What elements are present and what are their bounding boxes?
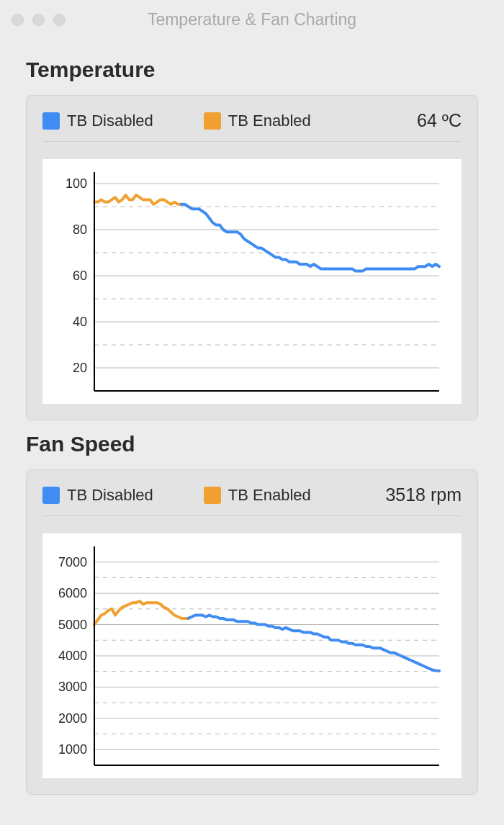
- temperature-chart: 20406080100: [42, 159, 462, 404]
- swatch-tb-disabled-fan: [42, 487, 60, 504]
- temperature-panel: TB Disabled TB Enabled 64 ºC 20406080100: [26, 95, 478, 420]
- close-window-button[interactable]: [12, 14, 24, 26]
- legend-label-tb-disabled-fan: TB Disabled: [67, 486, 153, 505]
- svg-text:5000: 5000: [58, 618, 87, 632]
- svg-text:4000: 4000: [58, 649, 87, 663]
- swatch-tb-enabled-fan: [204, 487, 221, 504]
- legend-tb-disabled-fan: TB Disabled: [42, 486, 153, 505]
- titlebar: Temperature & Fan Charting: [0, 0, 504, 39]
- svg-text:80: 80: [73, 222, 87, 237]
- temperature-readout: 64 ºC: [417, 110, 462, 131]
- svg-text:6000: 6000: [58, 586, 87, 600]
- main-content: Temperature TB Disabled TB Enabled 64 ºC…: [0, 39, 504, 809]
- fan-chart: 1000200030004000500060007000: [42, 533, 462, 778]
- swatch-tb-enabled: [204, 112, 221, 130]
- fan-legend-row: TB Disabled TB Enabled 3518 rpm: [42, 484, 462, 516]
- legend-label-tb-enabled-fan: TB Enabled: [228, 486, 311, 505]
- temperature-chart-svg: 20406080100: [51, 168, 444, 398]
- svg-text:7000: 7000: [58, 555, 87, 569]
- svg-text:20: 20: [73, 361, 87, 375]
- svg-text:60: 60: [73, 269, 87, 283]
- temperature-section-title: Temperature: [26, 58, 478, 82]
- legend-tb-enabled-fan: TB Enabled: [204, 486, 311, 505]
- svg-text:2000: 2000: [58, 711, 87, 726]
- fan-section-title: Fan Speed: [26, 432, 478, 456]
- fan-readout: 3518 rpm: [385, 484, 462, 505]
- minimize-window-button[interactable]: [32, 14, 45, 26]
- legend-tb-enabled: TB Enabled: [204, 112, 311, 130]
- zoom-window-button[interactable]: [53, 14, 66, 26]
- legend-label-tb-enabled: TB Enabled: [228, 112, 311, 130]
- legend-label-tb-disabled: TB Disabled: [67, 112, 153, 130]
- window-title: Temperature & Fan Charting: [0, 10, 504, 30]
- svg-text:3000: 3000: [58, 680, 87, 694]
- svg-text:100: 100: [66, 176, 87, 191]
- temperature-legend-row: TB Disabled TB Enabled 64 ºC: [42, 110, 462, 142]
- swatch-tb-disabled: [42, 112, 60, 130]
- svg-text:40: 40: [73, 315, 87, 329]
- fan-chart-svg: 1000200030004000500060007000: [51, 542, 444, 772]
- window-controls: [12, 14, 66, 26]
- fan-panel: TB Disabled TB Enabled 3518 rpm 10002000…: [26, 469, 478, 795]
- legend-tb-disabled: TB Disabled: [42, 112, 153, 130]
- svg-text:1000: 1000: [58, 742, 87, 757]
